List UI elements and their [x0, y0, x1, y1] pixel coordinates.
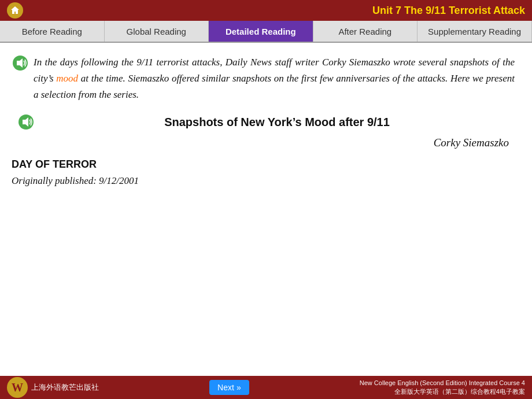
- logo-w-icon: W: [7, 377, 28, 398]
- next-arrow-icon: »: [237, 383, 241, 392]
- mood-word: mood: [56, 73, 78, 84]
- bottom-bar: W 上海外语教芒出版社 Next » New College English (…: [0, 376, 532, 399]
- speaker-icon-1[interactable]: [12, 54, 29, 72]
- top-bar: Unit 7 The 9/11 Terrorist Attack: [0, 0, 532, 21]
- section-title: DAY OF TERROR: [12, 158, 515, 171]
- tab-bar: Before Reading Global Reading Detailed R…: [0, 21, 532, 43]
- speaker-icon-2[interactable]: [17, 113, 35, 131]
- author-name: Corky Siemaszko: [12, 136, 515, 149]
- publisher-right-info: New College English (Second Edition) Int…: [360, 379, 525, 397]
- next-button[interactable]: Next »: [209, 380, 249, 395]
- tab-after-reading[interactable]: After Reading: [313, 21, 418, 42]
- unit-title: Unit 7 The 9/11 Terrorist Attack: [372, 5, 525, 17]
- subtitle-block: Snapshots of New York’s Mood after 9/11: [17, 113, 515, 131]
- main-content: In the days following the 9/11 terrorist…: [0, 43, 532, 376]
- publisher-logo: W 上海外语教芒出版社: [7, 377, 99, 398]
- tab-supplementary-reading[interactable]: Supplementary Reading: [418, 21, 532, 42]
- paragraph-block: In the days following the 9/11 terrorist…: [12, 54, 515, 103]
- paragraph-text: In the days following the 9/11 terrorist…: [34, 54, 515, 103]
- tab-before-reading[interactable]: Before Reading: [0, 21, 105, 42]
- home-icon[interactable]: [7, 2, 23, 19]
- publisher-name: 上海外语教芒出版社: [31, 382, 99, 393]
- tab-detailed-reading[interactable]: Detailed Reading: [209, 21, 313, 42]
- tab-global-reading[interactable]: Global Reading: [105, 21, 209, 42]
- article-subtitle: Snapshots of New York’s Mood after 9/11: [39, 116, 515, 129]
- published-date: Originally published: 9/12/2001: [12, 175, 515, 187]
